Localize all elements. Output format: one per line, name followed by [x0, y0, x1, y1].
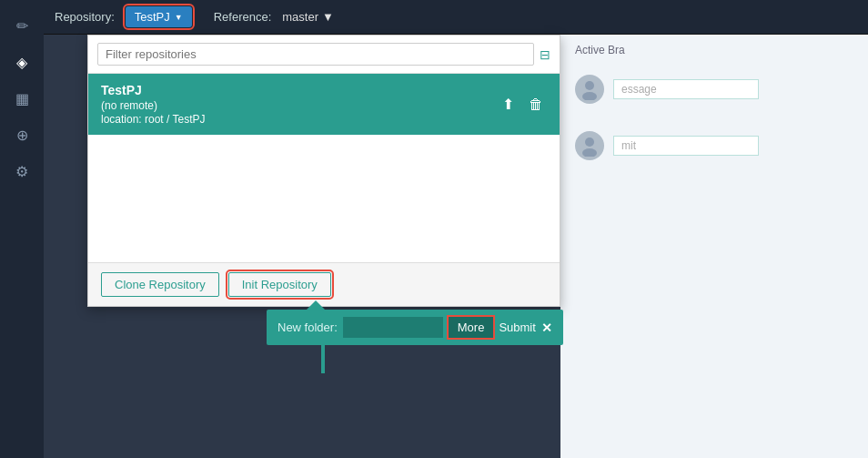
commit-row-2: mit	[575, 131, 853, 160]
repo-search-row: ⊟	[88, 36, 560, 74]
gear-icon[interactable]: ⚙	[5, 155, 38, 188]
new-folder-input[interactable]	[343, 317, 443, 338]
avatar-1	[575, 75, 604, 104]
reference-chevron-down-icon: ▼	[322, 10, 334, 24]
more-button[interactable]: More	[449, 317, 494, 338]
svg-point-2	[585, 137, 594, 147]
close-button[interactable]: ✕	[541, 321, 552, 335]
active-branches-label: Active Bra	[575, 44, 853, 56]
repo-search-input[interactable]	[97, 43, 534, 66]
main-content: Repository: TestPJ ▼ Reference: master ▼…	[44, 0, 868, 458]
svg-point-1	[582, 92, 597, 100]
repo-dropdown-footer: Clone Repository Init Repository	[88, 262, 560, 306]
toolbar: Repository: TestPJ ▼ Reference: master ▼	[44, 0, 868, 35]
svg-point-0	[585, 81, 594, 90]
repo-name: TestPJ	[101, 83, 206, 97]
repo-location: location: root / TestPJ	[101, 113, 206, 126]
edit-icon[interactable]: ✏	[5, 9, 38, 42]
init-popup-content: New folder: More Submit ✕	[267, 310, 563, 345]
app-container: ✏ ◈ ▦ ⊕ ⚙ Repository: TestPJ ▼ Reference…	[0, 0, 868, 458]
clone-repository-button[interactable]: Clone Repository	[101, 272, 219, 297]
sidebar: ✏ ◈ ▦ ⊕ ⚙	[0, 0, 44, 458]
repo-chevron-down-icon: ▼	[175, 13, 183, 22]
message-input-hint[interactable]: essage	[613, 79, 759, 99]
submit-input-hint[interactable]: mit	[613, 136, 759, 156]
repo-remote: (no remote)	[101, 99, 206, 112]
avatar-2	[575, 131, 604, 160]
repo-item-actions: ⬆ 🗑	[499, 94, 547, 115]
commit-row-1: essage	[575, 75, 853, 104]
repository-label: Repository:	[55, 10, 115, 24]
reference-value: master	[282, 10, 318, 24]
calendar-icon[interactable]: ▦	[5, 82, 38, 115]
repository-dropdown-panel: ⊟ TestPJ (no remote) location: root / Te…	[87, 35, 560, 307]
repository-dropdown-button[interactable]: TestPJ ▼	[126, 6, 192, 27]
selected-repo-item[interactable]: TestPJ (no remote) location: root / Test…	[88, 74, 560, 135]
reference-dropdown-button[interactable]: master ▼	[282, 10, 334, 24]
popup-arrow-icon	[307, 300, 325, 310]
filter-icon[interactable]: ⊟	[540, 47, 550, 62]
init-repository-popup: New folder: More Submit ✕	[267, 310, 563, 345]
diamond-icon[interactable]: ◈	[5, 46, 38, 78]
repo-item-info: TestPJ (no remote) location: root / Test…	[101, 83, 206, 126]
globe-icon[interactable]: ⊕	[5, 118, 38, 151]
submit-button[interactable]: Submit	[499, 321, 535, 334]
new-folder-label: New folder:	[278, 321, 338, 334]
right-panel: Active Bra essage mit	[560, 35, 868, 458]
repo-delete-button[interactable]: 🗑	[525, 94, 547, 115]
repo-export-button[interactable]: ⬆	[499, 94, 518, 115]
repo-list-area	[88, 135, 560, 262]
reference-label: Reference:	[214, 10, 272, 24]
init-repository-button[interactable]: Init Repository	[228, 272, 331, 297]
repository-value: TestPJ	[135, 10, 170, 24]
svg-point-3	[582, 148, 597, 157]
